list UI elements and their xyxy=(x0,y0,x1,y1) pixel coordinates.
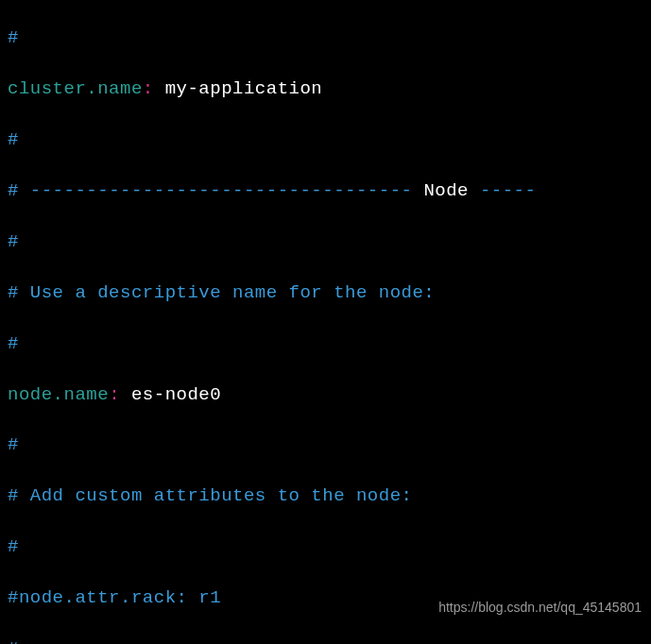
key-node-name: node.name xyxy=(8,384,109,405)
key-cluster-name: cluster.name xyxy=(8,78,143,99)
comment-line: # xyxy=(8,536,19,557)
section-dashes: ---------------------------------- xyxy=(30,180,413,201)
comment-line: # Add custom attributes to the node: xyxy=(8,485,412,506)
watermark-text: https://blog.csdn.net/qq_45145801 xyxy=(438,599,642,618)
comment-line: # xyxy=(8,27,19,48)
comment-line: # xyxy=(8,129,19,150)
section-label-node: Node xyxy=(412,180,479,201)
section-divider: # xyxy=(8,180,30,201)
colon: : xyxy=(143,78,154,99)
colon: : xyxy=(109,384,120,405)
section-dashes: ----- xyxy=(480,180,537,201)
comment-line: # xyxy=(8,434,19,455)
comment-line: # xyxy=(8,333,19,354)
comment-line: # Use a descriptive name for the node: xyxy=(8,282,435,303)
comment-node-attr-rack: #node.attr.rack: r1 xyxy=(8,587,221,608)
value-cluster-name: my-application xyxy=(154,78,323,99)
config-file-content: # cluster.name: my-application # # -----… xyxy=(0,0,651,644)
comment-line: # xyxy=(8,231,19,252)
comment-line: # xyxy=(8,638,19,644)
value-node-name: es-node0 xyxy=(120,384,221,405)
